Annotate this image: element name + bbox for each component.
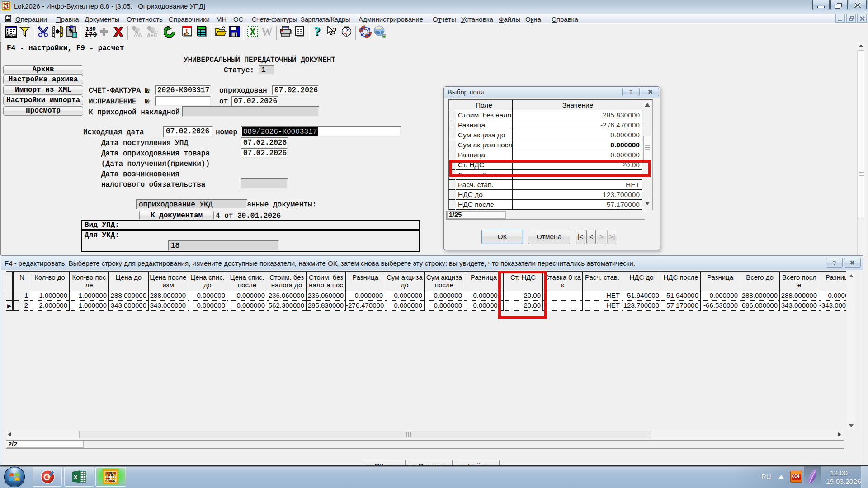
svg-text:A+B: A+B [147, 33, 157, 38]
svg-text:?: ? [332, 26, 337, 36]
svg-text:янв: янв [184, 33, 189, 36]
svg-text:X: X [73, 473, 78, 481]
